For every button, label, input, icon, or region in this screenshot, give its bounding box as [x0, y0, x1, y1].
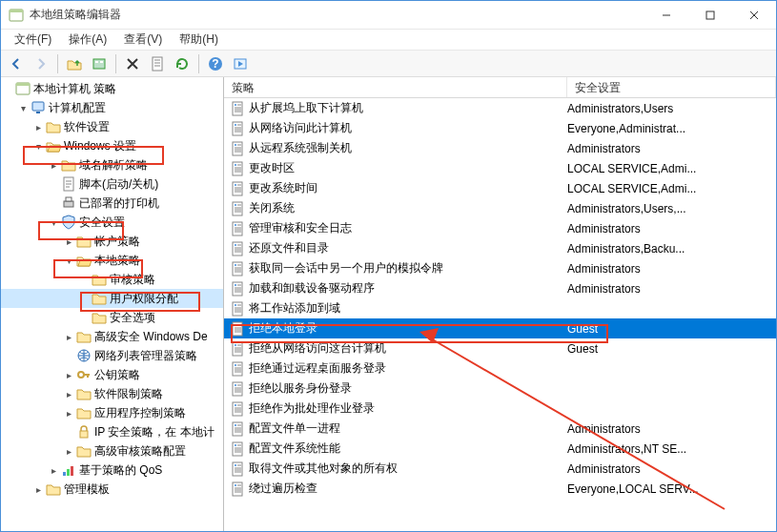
expand-icon[interactable]: [77, 292, 91, 305]
up-button[interactable]: [63, 52, 86, 75]
close-button[interactable]: [732, 1, 776, 29]
expand-icon[interactable]: ▸: [62, 387, 75, 400]
policy-row[interactable]: 绕过遍历检查Everyone,LOCAL SERV...: [224, 479, 776, 499]
policy-row[interactable]: 配置文件系统性能Administrators,NT SE...: [224, 439, 776, 459]
menu-file[interactable]: 文件(F): [7, 30, 59, 50]
tree-qos[interactable]: ▸基于策略的 QoS: [1, 460, 223, 480]
tree-icon: [15, 81, 31, 96]
policy-row[interactable]: 获取同一会话中另一个用户的模拟令牌Administrators: [224, 258, 776, 278]
tree-local-policies[interactable]: ▾本地策略: [1, 251, 223, 270]
policy-icon: [230, 481, 245, 497]
tree-ip-security[interactable]: IP 安全策略，在 本地计: [1, 422, 223, 441]
policy-value: Administrators: [567, 142, 776, 155]
policy-row[interactable]: 取得文件或其他对象的所有权Administrators: [224, 459, 776, 479]
tree-security-options[interactable]: 安全选项: [1, 308, 223, 327]
tree-public-key-policies[interactable]: ▸公钥策略: [1, 365, 223, 384]
policy-row[interactable]: 配置文件单一进程Administrators: [224, 419, 776, 439]
policy-row[interactable]: 关闭系统Administrators,Users,...: [224, 198, 776, 218]
refresh-button[interactable]: [171, 52, 194, 75]
menu-help[interactable]: 帮助(H): [172, 30, 226, 50]
expand-icon[interactable]: ▸: [47, 158, 60, 172]
expand-icon[interactable]: [47, 177, 60, 191]
policy-row[interactable]: 拒绝从网络访问这台计算机Guest: [224, 338, 776, 358]
policy-row[interactable]: 管理审核和安全日志Administrators: [224, 218, 776, 238]
tree-advanced-audit[interactable]: ▸高级审核策略配置: [1, 441, 223, 460]
tree-security-settings[interactable]: ▾安全设置: [1, 213, 223, 232]
tree-windows-settings[interactable]: ▾Windows 设置: [1, 136, 223, 155]
policy-row[interactable]: 将工作站添加到域: [224, 298, 776, 318]
tree-label: 本地计算机 策略: [33, 81, 122, 97]
tree-software-restriction[interactable]: ▸软件限制策略: [1, 384, 223, 403]
expand-icon[interactable]: ▾: [62, 254, 75, 267]
policy-row[interactable]: 拒绝通过远程桌面服务登录: [224, 358, 776, 379]
column-policy[interactable]: 策略: [224, 77, 567, 97]
expand-icon[interactable]: ▸: [47, 463, 60, 477]
expand-icon[interactable]: ▸: [62, 368, 75, 381]
expand-icon[interactable]: [47, 196, 60, 210]
menu-view[interactable]: 查看(V): [116, 30, 170, 50]
tree-audit-policy[interactable]: 审核策略: [1, 270, 223, 289]
expand-icon[interactable]: [62, 349, 75, 362]
expand-icon[interactable]: ▸: [31, 482, 45, 496]
help-button[interactable]: [204, 52, 227, 75]
tree-icon: [76, 348, 92, 363]
forward-button[interactable]: [30, 52, 52, 75]
tree-admin-templates[interactable]: ▸管理模板: [1, 480, 223, 499]
tree-user-rights[interactable]: 用户权限分配: [1, 289, 223, 308]
expand-icon[interactable]: ▸: [62, 406, 75, 419]
policy-row[interactable]: 从网络访问此计算机Everyone,Administrat...: [224, 118, 776, 138]
policy-row[interactable]: 从扩展坞上取下计算机Administrators,Users: [224, 98, 776, 118]
view-button[interactable]: [88, 52, 111, 75]
list-body[interactable]: 从扩展坞上取下计算机Administrators,Users从网络访问此计算机E…: [224, 98, 776, 531]
expand-icon[interactable]: ▸: [62, 444, 75, 458]
play-button[interactable]: [229, 52, 252, 75]
policy-value: Administrators: [567, 262, 776, 276]
policy-row[interactable]: 更改时区LOCAL SERVICE,Admi...: [224, 158, 776, 178]
tree-label: 应用程序控制策略: [94, 405, 192, 421]
policy-row[interactable]: 更改系统时间LOCAL SERVICE,Admi...: [224, 178, 776, 198]
policy-icon: [230, 241, 245, 256]
expand-icon[interactable]: ▸: [31, 120, 45, 133]
tree-root[interactable]: 本地计算机 策略: [1, 79, 223, 98]
tree-icon: [76, 424, 92, 440]
tree-app-control[interactable]: ▸应用程序控制策略: [1, 403, 223, 422]
expand-icon[interactable]: [77, 273, 91, 286]
expand-icon[interactable]: ▸: [62, 235, 75, 248]
tree-deployed-printers[interactable]: 已部署的打印机: [1, 194, 223, 213]
tree-dns-policy[interactable]: ▸域名解析策略: [1, 155, 223, 174]
policy-row[interactable]: 拒绝以服务身份登录: [224, 379, 776, 399]
tree-account-policies[interactable]: ▸帐户策略: [1, 232, 223, 251]
tree-icon: [76, 386, 92, 401]
expand-icon[interactable]: ▸: [62, 330, 75, 343]
expand-icon[interactable]: ▾: [16, 101, 30, 114]
tree-scripts[interactable]: 脚本(启动/关机): [1, 174, 223, 194]
menu-action[interactable]: 操作(A): [61, 30, 114, 50]
tree-computer-config[interactable]: ▾计算机配置: [1, 98, 223, 117]
back-button[interactable]: [5, 52, 28, 75]
tree-label: 网络列表管理器策略: [94, 348, 203, 364]
policy-label: 配置文件系统性能: [249, 440, 567, 457]
column-security-setting[interactable]: 安全设置: [567, 77, 776, 97]
policy-row[interactable]: 拒绝本地登录Guest: [224, 318, 776, 338]
expand-icon[interactable]: [1, 82, 14, 95]
policy-row[interactable]: 拒绝作为批处理作业登录: [224, 399, 776, 419]
expand-icon[interactable]: [62, 425, 75, 439]
tree-pane[interactable]: 本地计算机 策略▾计算机配置▸软件设置▾Windows 设置▸域名解析策略脚本(…: [1, 77, 224, 531]
minimize-button[interactable]: [644, 1, 688, 29]
tree-software-settings[interactable]: ▸软件设置: [1, 117, 223, 136]
tree-windows-defender[interactable]: ▸高级安全 Windows De: [1, 327, 223, 346]
policy-icon: [230, 201, 245, 216]
expand-icon[interactable]: ▾: [47, 215, 60, 229]
expand-icon[interactable]: [77, 311, 91, 324]
policy-label: 拒绝本地登录: [249, 320, 567, 337]
policy-label: 从远程系统强制关机: [249, 140, 567, 156]
delete-button[interactable]: [121, 52, 144, 75]
policy-row[interactable]: 还原文件和目录Administrators,Backu...: [224, 238, 776, 258]
policy-row[interactable]: 加载和卸载设备驱动程序Administrators: [224, 278, 776, 298]
policy-label: 配置文件单一进程: [249, 420, 567, 437]
tree-nlm-policies[interactable]: 网络列表管理器策略: [1, 346, 223, 365]
maximize-button[interactable]: [688, 1, 732, 29]
policy-row[interactable]: 从远程系统强制关机Administrators: [224, 138, 776, 158]
expand-icon[interactable]: ▾: [31, 139, 45, 153]
properties-button[interactable]: [146, 52, 169, 75]
